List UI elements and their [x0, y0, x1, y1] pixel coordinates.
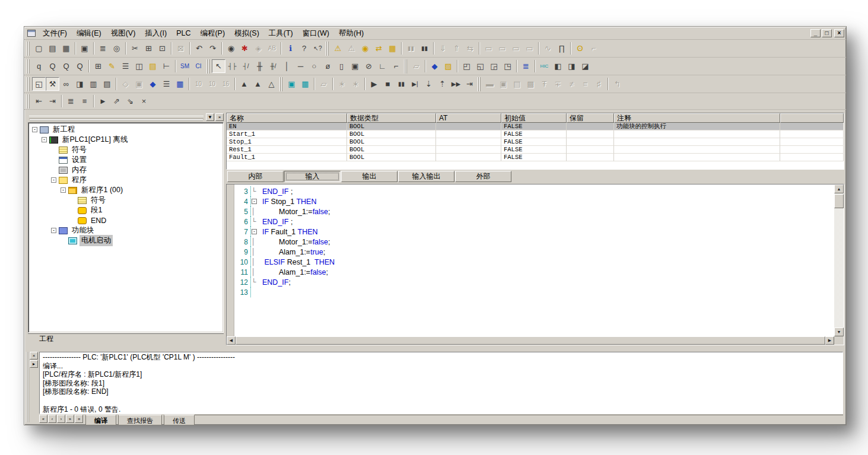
column-header[interactable]: 名称 — [227, 113, 347, 123]
pv-monitor-3-button[interactable]: ▤ — [510, 77, 524, 91]
transfer-check-button[interactable]: ⇄ — [372, 42, 386, 55]
output-dock-handle[interactable] — [26, 352, 29, 422]
table-cell[interactable]: BOOL — [347, 154, 436, 161]
table-row[interactable]: Stop_1BOOLFALSE — [227, 138, 844, 146]
upload-button[interactable]: ⇑ — [450, 42, 463, 55]
output-nav-1-icon[interactable]: ‹ — [48, 415, 56, 423]
sim-step-in-button[interactable]: ⇣ — [422, 77, 435, 91]
tree-item[interactable]: -功能块 — [30, 225, 222, 236]
sim-stop-button[interactable]: ■ — [381, 77, 395, 91]
toolbar-drag-handle[interactable] — [478, 77, 481, 91]
io-force-reset-button[interactable]: ◳ — [501, 59, 514, 73]
app-icon[interactable] — [27, 30, 36, 37]
output-close-button[interactable]: × — [30, 352, 38, 359]
sim-step-button[interactable]: ▶| — [408, 77, 422, 91]
tree-item[interactable]: -新工程 — [30, 125, 222, 135]
time-chart-button[interactable]: ∏ — [555, 42, 568, 55]
help-topics-button[interactable]: ? — [297, 42, 311, 55]
invert-instruction-button[interactable]: ⊘ — [362, 59, 376, 73]
dock-grab-handle[interactable] — [29, 116, 204, 119]
output-tab-编译[interactable]: 编译 — [85, 415, 116, 425]
fold-marker[interactable]: - — [250, 227, 259, 237]
statement-list-button[interactable]: ☰ — [119, 59, 132, 73]
output-nav-0-icon[interactable]: « — [39, 415, 47, 423]
table-cell[interactable]: Start_1 — [227, 131, 347, 138]
menu-窗口[interactable]: 窗口(W) — [298, 28, 334, 39]
output-nav-2-icon[interactable]: › — [57, 415, 65, 423]
table-cell[interactable] — [614, 138, 780, 146]
table-cell[interactable] — [780, 146, 844, 154]
table-cell[interactable]: BOOL — [347, 146, 436, 154]
tree-expand-icon[interactable]: - — [32, 127, 37, 132]
io-force-set-button[interactable]: ◲ — [487, 59, 501, 73]
zoom-out-button[interactable]: Q — [59, 59, 73, 73]
open-file-button[interactable]: ▤ — [46, 42, 59, 55]
table-cell[interactable] — [780, 131, 844, 138]
menu-视图[interactable]: 视图(V) — [106, 28, 141, 39]
close-button[interactable]: × — [834, 29, 844, 37]
output-toggle-button[interactable]: ⚒ — [46, 77, 59, 91]
mnemonic-view-button[interactable]: SM — [178, 59, 192, 73]
sim-run-button[interactable]: ▶ — [367, 77, 381, 91]
table-cell[interactable] — [614, 154, 780, 161]
menu-工具[interactable]: 工具(T) — [264, 28, 298, 39]
ci-view-button[interactable]: CI — [192, 59, 205, 73]
workspace-dock-bar[interactable]: ▼ × — [28, 113, 224, 122]
code-line[interactable]: 13 — [235, 287, 834, 297]
editor-horizontal-scrollbar[interactable]: ◀ ▶ — [227, 336, 834, 345]
output-nav-3-icon[interactable]: » — [66, 415, 74, 423]
column-header[interactable]: 注释 — [614, 113, 780, 123]
table-cell[interactable] — [567, 154, 614, 161]
block-right-button[interactable]: ⇥ — [46, 94, 59, 108]
pause-monitoring-button[interactable]: ∗ — [335, 77, 349, 91]
new-horizontal-button[interactable]: ─ — [294, 59, 307, 73]
replace-button[interactable]: ✱ — [238, 42, 252, 55]
step-trace-button[interactable]: ∿ — [541, 42, 555, 55]
vertical-scroll-thumb[interactable] — [834, 194, 844, 208]
context-help-button[interactable]: ↖? — [311, 42, 325, 55]
tab-输出[interactable]: 输出 — [341, 171, 398, 182]
copy-button[interactable]: ⊞ — [142, 42, 155, 55]
code-line[interactable]: 5│Motor_1:=false; — [235, 206, 834, 217]
scroll-right-icon[interactable]: ▶ — [825, 336, 834, 345]
editor-vertical-scrollbar[interactable]: ▲ ▼ — [834, 184, 844, 336]
tree-item[interactable]: -新PLC1[CP1L] 离线 — [30, 135, 222, 145]
table-cell[interactable] — [436, 138, 501, 146]
table-cell[interactable]: BOOL — [347, 123, 436, 131]
new-pb-instruction-button[interactable]: ▣ — [348, 59, 362, 73]
return-jump-button[interactable]: ↰ — [611, 77, 624, 91]
new-contact-or-button[interactable]: ╫ — [253, 59, 266, 73]
select-mode-button[interactable]: ↖ — [212, 59, 225, 73]
tree-item[interactable]: 内存 — [30, 165, 222, 175]
compile-all-button[interactable]: ⚠ — [345, 42, 358, 55]
address-reference-button[interactable]: ▥ — [87, 77, 100, 91]
rung-comment-button[interactable]: ✎ — [105, 59, 119, 73]
tree-expand-icon[interactable]: - — [51, 177, 56, 183]
cut-button[interactable]: ✂ — [128, 42, 142, 55]
compile-output-text[interactable]: ---------------- PLC: '新PLC1' (PLC机型 'CP… — [39, 352, 843, 414]
release-force-button[interactable]: ⌐ — [587, 42, 600, 55]
table-cell[interactable] — [436, 123, 501, 131]
block-left-button[interactable]: ⇤ — [32, 94, 46, 108]
properties-button[interactable]: ▤ — [100, 77, 114, 91]
code-line[interactable]: 9│Alam_1:=true; — [235, 247, 834, 257]
monitor-signed-decimal-button[interactable]: 10 — [205, 77, 219, 91]
go-to-next-address-button[interactable]: ⇘ — [123, 94, 137, 108]
menu-编辑[interactable]: 编辑(E) — [72, 28, 106, 39]
tree-expand-icon[interactable]: - — [51, 228, 56, 233]
differential-monitor-button[interactable]: ∗ — [349, 77, 363, 91]
monitor-decimal-button[interactable]: 10 — [192, 77, 205, 91]
menu-模拟[interactable]: 模拟(S) — [230, 28, 264, 39]
pv-monitor-2-button[interactable]: ▣ — [497, 77, 510, 91]
clear-search-button[interactable]: × — [137, 94, 151, 108]
table-cell[interactable]: BOOL — [347, 131, 436, 138]
code-line[interactable]: 7-IF Fault_1 THEN — [235, 227, 834, 237]
table-cell[interactable] — [780, 154, 844, 161]
scroll-up-icon[interactable]: ▲ — [834, 184, 844, 193]
tab-输入输出[interactable]: 输入输出 — [398, 171, 454, 182]
print-preview-button[interactable]: ◎ — [110, 42, 123, 55]
watch-sheet-button[interactable]: ◧ — [551, 59, 565, 73]
tree-item[interactable]: -程序 — [30, 175, 222, 185]
rule-below-button[interactable]: ≡ — [78, 94, 91, 108]
menu-文件[interactable]: 文件(F) — [38, 28, 72, 39]
